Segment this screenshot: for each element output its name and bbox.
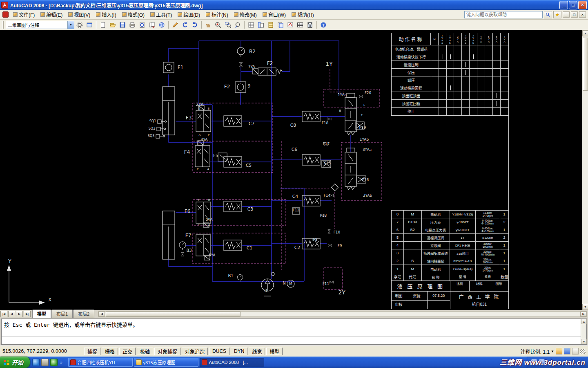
menu-item-10[interactable]: 帮助(H) <box>289 11 317 19</box>
tab-布局1[interactable]: 布局1 <box>51 310 73 318</box>
doc-minimize-button[interactable]: _ <box>563 11 570 18</box>
doc-close-button[interactable]: × <box>579 11 586 18</box>
undo-button[interactable] <box>180 20 189 29</box>
sketch-button[interactable] <box>171 20 180 29</box>
chevron-down-icon[interactable]: ▼ <box>67 21 74 29</box>
action-cell <box>493 69 501 76</box>
status-toggle-线宽[interactable]: 线宽 <box>249 348 265 355</box>
qnew-button[interactable] <box>98 20 107 29</box>
drawing-label: F20 <box>365 91 372 95</box>
etransmit-button[interactable] <box>157 20 166 29</box>
workspace-settings-button[interactable] <box>75 20 84 29</box>
tab-prev-icon[interactable]: ◀ <box>8 311 15 317</box>
menu-item-5[interactable]: 工具(T) <box>147 11 175 19</box>
toolpalettes-button[interactable] <box>266 20 275 29</box>
open-button[interactable] <box>108 20 117 29</box>
redo-button[interactable] <box>190 20 199 29</box>
zoom-window-button[interactable] <box>223 20 232 29</box>
status-toggle-栅格[interactable]: 栅格 <box>102 348 118 355</box>
favorites-star-icon[interactable]: ★ <box>553 11 561 18</box>
sheetset-button[interactable] <box>276 20 285 29</box>
action-cell <box>462 108 470 115</box>
scroll-right-icon[interactable]: ▶ <box>580 312 587 316</box>
bom-cell: yx-100ZT <box>450 226 476 233</box>
menu-item-2[interactable]: 视图(V) <box>65 11 93 19</box>
status-toggle-对象捕捉[interactable]: 对象捕捉 <box>154 348 180 355</box>
task-button-1[interactable]: y315液压原理图 <box>134 358 198 367</box>
minimize-button[interactable]: _ <box>559 1 568 9</box>
help-button[interactable]: ? <box>319 20 328 29</box>
table-button[interactable] <box>296 20 305 29</box>
menu-item-6[interactable]: 绘图(D) <box>175 11 203 19</box>
status-menu-icon[interactable] <box>572 348 579 355</box>
menu-item-1[interactable]: 编辑(E) <box>38 11 65 19</box>
action-cell <box>439 100 447 107</box>
status-toggle-DYN[interactable]: DYN <box>231 348 247 355</box>
show-desktop-icon[interactable] <box>41 359 49 366</box>
zoom-realtime-button[interactable] <box>214 20 223 29</box>
properties-button[interactable] <box>247 20 256 29</box>
pan-button[interactable] <box>204 20 213 29</box>
scroll-up-icon[interactable]: ▲ <box>582 30 588 36</box>
chevron-down-icon[interactable]: ▼ <box>551 350 554 353</box>
cmd-scroll-up-icon[interactable]: ▲ <box>581 319 587 324</box>
restore-button[interactable]: □ <box>569 1 577 9</box>
scroll-down-icon[interactable]: ▼ <box>582 304 588 310</box>
task-button-0[interactable]: 合肥四柱液压机YH... <box>68 358 133 367</box>
status-toggle-DUCS[interactable]: DUCS <box>209 348 229 355</box>
menu-item-9[interactable]: 窗口(W) <box>260 11 289 19</box>
cmd-scroll-down-icon[interactable]: ▼ <box>581 339 587 344</box>
task-button-2[interactable]: AutoCAD 2008 - [... <box>200 358 264 367</box>
tab-布局2[interactable]: 布局2 <box>73 310 94 318</box>
document-icon[interactable] <box>2 11 9 18</box>
plot-preview-button[interactable] <box>138 20 147 29</box>
annotation-scale[interactable]: 注释比例: 1:1 <box>521 348 550 355</box>
tab-next-icon[interactable]: ▶ <box>16 311 23 317</box>
save-button[interactable] <box>118 20 127 29</box>
workspace-combo[interactable]: 二维草图与注释 ▼ <box>6 21 74 29</box>
quickcalc-button[interactable] <box>305 20 314 29</box>
media-player-icon[interactable] <box>50 359 58 366</box>
status-toggle-对象追踪[interactable]: 对象追踪 <box>182 348 208 355</box>
annotation-visibility-icon[interactable] <box>556 348 562 355</box>
help-search-input[interactable] <box>464 11 543 18</box>
my-workspace-button[interactable] <box>85 20 94 29</box>
tab-模型[interactable]: 模型 <box>32 310 51 318</box>
toolbar-grip[interactable] <box>2 21 4 29</box>
publish-button[interactable] <box>147 20 156 29</box>
menu-item-8[interactable]: 修改(M) <box>231 11 260 19</box>
plot-button[interactable] <box>128 20 137 29</box>
tab-first-icon[interactable]: |◀ <box>0 311 7 317</box>
search-icon[interactable] <box>544 11 552 18</box>
vertical-scroll-thumb[interactable] <box>583 38 588 91</box>
status-toggle-极轴[interactable]: 极轴 <box>137 348 153 355</box>
scroll-left-icon[interactable]: ◀ <box>98 312 105 316</box>
zoom-previous-button[interactable] <box>233 20 242 29</box>
menu-item-0[interactable]: 文件(F) <box>10 11 38 19</box>
vertical-scrollbar[interactable]: ▲ ▼ <box>582 30 588 310</box>
coordinate-display[interactable]: 515.0026, 707.2229, 0.0000 <box>2 348 82 354</box>
close-button[interactable]: × <box>578 1 587 9</box>
horizontal-scrollbar[interactable]: ◀ ▶ <box>98 311 587 317</box>
doc-restore-button[interactable]: □ <box>571 11 578 18</box>
markup-button[interactable] <box>286 20 295 29</box>
ie-icon[interactable] <box>32 359 40 366</box>
command-history[interactable]: 按 Esc 或 Enter 键退出，或单击右键显示快捷菜单。 ▲ ▼ <box>1 319 587 345</box>
chevron-more-icon[interactable]: » <box>59 360 63 365</box>
bom-cell: 8 <box>392 211 404 218</box>
menu-item-3[interactable]: 插入(I) <box>93 11 119 19</box>
clean-screen-icon[interactable] <box>580 349 586 354</box>
menu-item-7[interactable]: 标注(N) <box>203 11 231 19</box>
command-scrollbar[interactable]: ▲ ▼ <box>581 319 586 344</box>
status-toggle-正交[interactable]: 正交 <box>119 348 136 355</box>
horizontal-scroll-thumb[interactable] <box>106 312 241 316</box>
action-cell <box>477 76 485 84</box>
drawing-canvas[interactable]: B2F27YAF1F291Y2YAF3SQ1SQ2SQ3C7C8F18F19F2… <box>0 30 582 310</box>
designcenter-button[interactable] <box>256 20 265 29</box>
autoscale-icon[interactable] <box>564 348 570 355</box>
status-toggle-模型[interactable]: 模型 <box>266 348 283 355</box>
tab-last-icon[interactable]: ▶| <box>24 311 31 317</box>
menu-item-4[interactable]: 格式(O) <box>119 11 147 19</box>
status-toggle-捕捉[interactable]: 捕捉 <box>84 348 100 355</box>
start-button[interactable]: 开始 <box>0 357 30 368</box>
